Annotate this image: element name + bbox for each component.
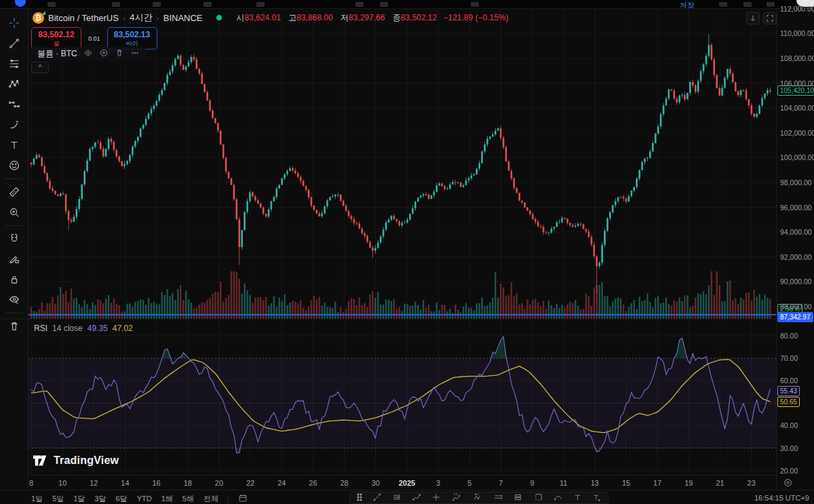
- replay-icon[interactable]: [471, 2, 479, 7]
- zoom-in-icon[interactable]: [3, 202, 26, 222]
- rsi-value: 49.35: [88, 324, 108, 333]
- time-tick-label: 20: [215, 479, 223, 487]
- range-6m[interactable]: 6달: [116, 494, 128, 504]
- price-tick-label: 92,000.00: [780, 253, 812, 261]
- drawing-mode-icon[interactable]: [3, 249, 26, 269]
- price-tick-label: 100,000.00: [780, 153, 814, 161]
- brush-icon[interactable]: [3, 115, 26, 135]
- go-to-date-icon[interactable]: [238, 493, 248, 504]
- top-toolbar[interactable]: 저장: [0, 0, 814, 9]
- xabcd-pattern-icon[interactable]: [3, 74, 26, 94]
- ohlc-values: 시83,624.01 고83,868.00 저83,297.66 종83,502…: [231, 12, 509, 24]
- candles-style-icon[interactable]: [153, 2, 161, 7]
- text-fav-icon[interactable]: [573, 493, 582, 503]
- time-tick-label: 19: [684, 479, 693, 487]
- interval-label[interactable]: 4시간: [130, 12, 152, 24]
- emoji-icon[interactable]: [3, 155, 26, 176]
- lock-all-icon[interactable]: [3, 269, 26, 290]
- timezone-target-icon[interactable]: [783, 478, 793, 489]
- magnet-icon[interactable]: [3, 229, 26, 249]
- settings-icon[interactable]: [743, 2, 752, 7]
- chart-canvas[interactable]: [0, 0, 814, 504]
- remove-all-icon[interactable]: [3, 316, 26, 336]
- bid-price-label: 87,342.97: [777, 312, 813, 322]
- cross-fav-icon[interactable]: [431, 492, 441, 503]
- indicators-icon[interactable]: [256, 2, 265, 7]
- rsi-tick-label: 30.00: [780, 444, 798, 452]
- volume-legend-title[interactable]: 볼륨 · BTC: [37, 48, 77, 60]
- range-1m[interactable]: 1달: [73, 494, 85, 504]
- rsi-ma-value-label: 50.65: [777, 397, 800, 407]
- rsi-title[interactable]: RSI: [34, 324, 47, 333]
- crosshair-icon[interactable]: [3, 13, 26, 33]
- range-5y[interactable]: 5해: [182, 494, 194, 504]
- scroll-to-recent-button[interactable]: [746, 12, 760, 24]
- short-position-fav-icon[interactable]: [513, 492, 524, 503]
- time-tick-label: 23: [748, 479, 756, 487]
- eye-icon[interactable]: [83, 48, 93, 60]
- time-tick-label: 16: [153, 479, 161, 487]
- ruler-icon[interactable]: [3, 182, 26, 202]
- rsi-tick-label: 40.00: [780, 421, 798, 429]
- range-1d[interactable]: 1일: [31, 494, 43, 504]
- rsi-indicator-legend: RSI 14 close 49.35 47.02: [34, 324, 133, 333]
- hide-all-icon[interactable]: [3, 290, 26, 310]
- time-tick-label: 18: [184, 479, 192, 487]
- time-tick-label: 8: [29, 479, 33, 487]
- market-status-dot[interactable]: [216, 15, 222, 20]
- rsi-tick-label: 80.00: [780, 332, 798, 340]
- left-drawing-toolbar: [0, 9, 28, 490]
- time-axis[interactable]: 8101214161820222426283020253579111315171…: [28, 475, 777, 490]
- horizontal-lines-fav-icon[interactable]: [392, 492, 402, 503]
- range-3m[interactable]: 3달: [94, 494, 106, 504]
- drag-handle-icon[interactable]: [357, 493, 362, 503]
- tradingview-brand-text: TradingView: [54, 454, 119, 467]
- delete-indicator-icon[interactable]: [115, 48, 124, 60]
- elliott-wave-fav-icon[interactable]: 1 5: [451, 492, 462, 503]
- price-tick-label: 98,000.00: [780, 178, 812, 187]
- time-tick-label: 15: [622, 479, 630, 487]
- fullscreen-icon[interactable]: [767, 2, 775, 7]
- session-clock[interactable]: 16:54:15 UTC+9: [754, 494, 809, 502]
- curve-fav-icon[interactable]: [554, 492, 563, 503]
- time-tick-label: 12: [90, 479, 98, 487]
- pattern-abc-fav-icon[interactable]: A C: [472, 492, 483, 503]
- range-ytd[interactable]: YTD: [137, 495, 152, 503]
- more-options-icon[interactable]: [130, 48, 140, 60]
- symbol-title[interactable]: Bitcoin / TetherUS: [48, 13, 119, 23]
- rsi-params: 14 close: [52, 324, 83, 333]
- anchored-text-fav-icon[interactable]: [592, 493, 601, 503]
- settings-bullseye-icon[interactable]: [99, 48, 109, 60]
- range-1y[interactable]: 1해: [161, 494, 173, 504]
- btc-coin-icon: ₿: [33, 12, 44, 24]
- text-tool-icon[interactable]: [3, 135, 26, 155]
- range-5d[interactable]: 5일: [52, 494, 64, 504]
- price-tick-label: 90,000.00: [780, 277, 812, 286]
- alert-icon[interactable]: [380, 2, 388, 7]
- rsi-tick-label: 70.00: [780, 354, 798, 362]
- time-tick-label: 5: [467, 479, 471, 487]
- exchange-label[interactable]: BINANCE: [163, 13, 203, 23]
- save-button[interactable]: 저장: [680, 1, 695, 11]
- range-all[interactable]: 전체: [204, 494, 218, 504]
- maximize-pane-button[interactable]: [763, 12, 777, 24]
- rectangle-fav-icon[interactable]: [534, 492, 543, 503]
- symbol-search-icon[interactable]: [47, 2, 56, 7]
- price-tick-label: 108,000.00: [780, 54, 814, 62]
- account-avatar[interactable]: [15, 0, 26, 7]
- trend-line-icon[interactable]: [3, 33, 26, 54]
- quick-search-icon[interactable]: [719, 2, 727, 7]
- compare-icon[interactable]: [204, 2, 212, 7]
- time-tick-label: 3: [436, 479, 440, 487]
- interval-menu-icon[interactable]: [112, 2, 120, 7]
- price-axis[interactable]: 105,420.10 2.98 K 87,342.97 55.43 50.65 …: [777, 9, 814, 475]
- long-position-fav-icon[interactable]: [493, 492, 503, 503]
- time-tick-label: 14: [121, 479, 129, 487]
- trend-line-fav-icon[interactable]: [372, 492, 382, 503]
- collapse-legend-button[interactable]: ^: [31, 62, 49, 73]
- prediction-icon[interactable]: [3, 94, 26, 115]
- path-fav-icon[interactable]: [412, 492, 421, 503]
- grid-layout-icon[interactable]: [355, 2, 364, 7]
- svg-text:1 5: 1 5: [454, 492, 458, 496]
- fib-retracement-icon[interactable]: [3, 54, 26, 74]
